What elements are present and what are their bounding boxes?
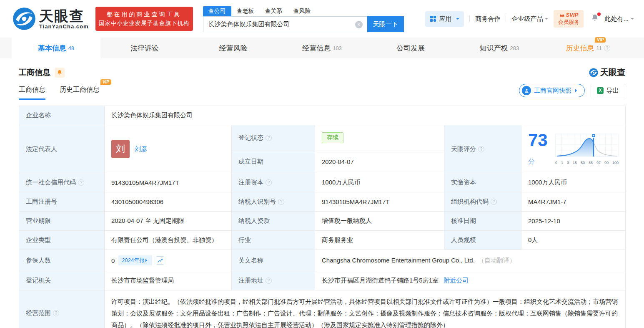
tab-basic-info[interactable]: 基本信息 48 bbox=[12, 38, 100, 58]
paid-capital-value: 1000万人民币 bbox=[521, 173, 626, 192]
org-code-label: 组织机构代码? bbox=[444, 192, 521, 212]
enterprise-products-menu[interactable]: 企业级产品 bbox=[511, 15, 548, 23]
legal-rep-link[interactable]: 刘彦 bbox=[135, 145, 147, 153]
help-icon[interactable]: ? bbox=[604, 45, 610, 51]
search-input[interactable] bbox=[203, 17, 367, 32]
logo-subtitle: TianYanCha.com bbox=[39, 23, 89, 30]
vip-badge: VIP bbox=[595, 37, 606, 43]
founded-date-label: 成立日期 bbox=[232, 151, 315, 173]
reg-status-value: 存续 bbox=[315, 125, 444, 151]
promo-banner-line2: 国家中小企业发展子基金旗下机构 bbox=[99, 20, 190, 27]
svip-member-button[interactable]: SVIP 会员服务 bbox=[554, 10, 584, 28]
tab-history-info[interactable]: 历史信息 VIP 11 ? bbox=[544, 38, 632, 58]
help-icon[interactable]: ? bbox=[478, 146, 484, 152]
divider bbox=[506, 15, 506, 22]
help-icon[interactable]: ? bbox=[266, 278, 272, 284]
user-menu[interactable]: 此处有... bbox=[604, 15, 634, 23]
reg-authority-label: 登记机关 bbox=[19, 271, 105, 290]
apps-menu[interactable]: 应用 bbox=[425, 11, 464, 27]
uscc-label: 统一社会信用代码? bbox=[19, 173, 105, 192]
tyc-score-value: 73分 bbox=[521, 125, 626, 173]
tab-intellectual-property[interactable]: 知识产权 283 bbox=[455, 38, 544, 58]
table-row: 登记机关 长沙市市场监督管理局 注册地址? 长沙市开福区月湖街道鸭子铺路1号5房… bbox=[19, 271, 626, 290]
staff-size-value: 0人 bbox=[521, 231, 626, 250]
insured-count-value: 0 2024年报 bbox=[105, 250, 232, 271]
tyc-score-label: 天眼评分? bbox=[444, 125, 521, 173]
tax-qualification-value: 增值税一般纳税人 bbox=[315, 212, 444, 231]
english-name-label: 英文名称 bbox=[232, 250, 315, 271]
crown-icon bbox=[559, 13, 565, 17]
notification-bell-button[interactable] bbox=[591, 14, 599, 24]
founded-date-value: 2020-04-07 bbox=[315, 151, 444, 173]
promo-banner[interactable]: 都在用的商业查询工具 国家中小企业发展子基金旗下机构 bbox=[95, 7, 193, 31]
tab-legal-proceedings[interactable]: 法律诉讼 bbox=[100, 38, 189, 58]
tab-operation-info[interactable]: 经营信息 103 bbox=[278, 38, 366, 58]
avatar[interactable]: 刘 bbox=[111, 140, 130, 158]
help-icon[interactable]: ? bbox=[491, 199, 497, 205]
search-tabs: 查公司 查老板 查关系 查风险 bbox=[203, 5, 404, 16]
business-scope-label: 经营范围? bbox=[19, 290, 105, 328]
status-badge: 存续 bbox=[322, 132, 343, 143]
insured-count-label: 参保人数 bbox=[19, 250, 105, 271]
subtab-history-business-info[interactable]: 历史工商信息 VIP bbox=[60, 86, 100, 100]
help-icon[interactable]: ? bbox=[266, 179, 272, 186]
table-row: 工商注册号 430105000496306 纳税人识别号? 91430105MA… bbox=[19, 192, 626, 212]
reg-status-label: 登记状态? bbox=[232, 125, 315, 151]
search-tab-boss[interactable]: 查老板 bbox=[231, 6, 260, 16]
tax-qualification-label: 纳税人资质 bbox=[232, 212, 315, 231]
excel-icon: X bbox=[597, 87, 604, 94]
search-tab-company[interactable]: 查公司 bbox=[203, 6, 231, 16]
auto-translate-note: （自动翻译） bbox=[478, 257, 516, 264]
reg-authority-value: 长沙市市场监督管理局 bbox=[105, 271, 232, 290]
table-row: 参保人数 0 2024年报 英文名称 bbox=[19, 250, 626, 271]
business-cooperation-link[interactable]: 商务合作 bbox=[475, 15, 500, 23]
stamp-icon bbox=[522, 86, 531, 95]
table-row: 经营范围? 许可项目：演出经纪。（依法须经批准的项目，经相关部门批准后方可开展经… bbox=[19, 290, 626, 328]
help-icon[interactable]: ? bbox=[278, 199, 284, 205]
reg-capital-label: 注册资本? bbox=[232, 173, 315, 192]
industry-label: 行业 bbox=[232, 231, 315, 250]
table-row: 营业期限 2020-04-07 至 无固定期限 纳税人资质 增值税一般纳税人 核… bbox=[19, 212, 626, 231]
chevron-down-icon bbox=[456, 18, 459, 21]
approval-date-label: 核准日期 bbox=[444, 212, 521, 231]
chevron-down-icon bbox=[631, 18, 634, 21]
watermark-label: 天眼查 bbox=[600, 67, 625, 78]
tab-operation-risk[interactable]: 经营风险 bbox=[189, 38, 278, 58]
arrow-right-icon bbox=[575, 89, 579, 92]
bell-icon bbox=[57, 70, 63, 76]
legal-rep-value: 刘 刘彦 bbox=[105, 125, 232, 173]
business-scope-value: 许可项目：演出经纪。（依法须经批准的项目，经相关部门批准后方可开展经营活动，具体… bbox=[105, 290, 626, 328]
search-tab-relation[interactable]: 查关系 bbox=[260, 6, 288, 16]
apps-label: 应用 bbox=[439, 15, 451, 23]
subscribe-bell-button[interactable] bbox=[55, 68, 65, 78]
company-type-label: 企业类型 bbox=[19, 231, 105, 250]
arrow-right-icon bbox=[145, 259, 149, 262]
nearby-companies-link[interactable]: 附近公司 bbox=[444, 277, 469, 284]
staff-size-label: 人员规模 bbox=[444, 231, 521, 250]
subtab-business-info[interactable]: 工商信息 bbox=[19, 86, 45, 100]
approval-date-value: 2025-12-10 bbox=[521, 212, 626, 231]
paid-capital-label: 实缴资本 bbox=[444, 173, 521, 192]
tab-company-development[interactable]: 公司发展 bbox=[366, 38, 455, 58]
help-icon[interactable]: ? bbox=[53, 310, 59, 316]
score-distribution-chart: 01 315 5085 9799 100 bbox=[555, 133, 619, 165]
tianyancha-logo[interactable]: 天眼查 TianYanCha.com bbox=[13, 7, 89, 30]
annual-report-badge[interactable]: 2024年报 bbox=[118, 255, 152, 265]
business-info-section: 工商信息 天眼查 工商信息 历史工商信息 VIP bbox=[0, 67, 644, 328]
reg-capital-value: 1000万人民币 bbox=[315, 173, 444, 192]
help-icon[interactable]: ? bbox=[78, 179, 84, 186]
section-title: 工商信息 bbox=[19, 67, 50, 78]
divider bbox=[469, 15, 470, 22]
export-button[interactable]: X 导出 bbox=[591, 84, 625, 97]
table-row: 企业名称 长沙染色体娱乐集团有限公司 bbox=[19, 106, 626, 125]
vip-badge: VIP bbox=[100, 79, 111, 85]
official-snapshot-button[interactable]: 工商官网快照 bbox=[519, 84, 585, 97]
company-type-value: 有限责任公司（港澳台投资、非独资） bbox=[105, 231, 232, 250]
clear-icon[interactable]: × bbox=[355, 21, 363, 28]
industry-value: 商务服务业 bbox=[315, 231, 444, 250]
search-tab-risk[interactable]: 查风险 bbox=[288, 6, 316, 16]
search-button[interactable]: 天眼一下 bbox=[367, 16, 404, 32]
trend-chart-icon[interactable] bbox=[156, 256, 164, 265]
help-icon[interactable]: ? bbox=[266, 135, 272, 141]
reg-address-label: 注册地址? bbox=[232, 271, 315, 290]
